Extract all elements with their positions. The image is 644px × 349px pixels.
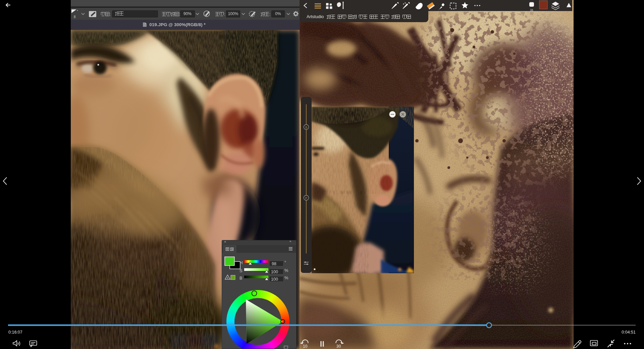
svg-text:F: F: [306, 196, 308, 200]
svg-text:B: B: [239, 276, 243, 281]
svg-text:100: 100: [271, 270, 278, 274]
svg-text:8: 8: [74, 15, 76, 19]
svg-text:38: 38: [530, 8, 533, 11]
svg-text:98: 98: [272, 261, 276, 266]
svg-text:0:16:07: 0:16:07: [8, 330, 22, 335]
svg-text:S: S: [305, 126, 307, 129]
svg-text:0:04:51: 0:04:51: [622, 330, 636, 335]
svg-text:%: %: [284, 268, 288, 273]
svg-text:100: 100: [271, 277, 278, 282]
svg-text:°: °: [284, 260, 286, 265]
svg-text:%: %: [284, 275, 288, 280]
